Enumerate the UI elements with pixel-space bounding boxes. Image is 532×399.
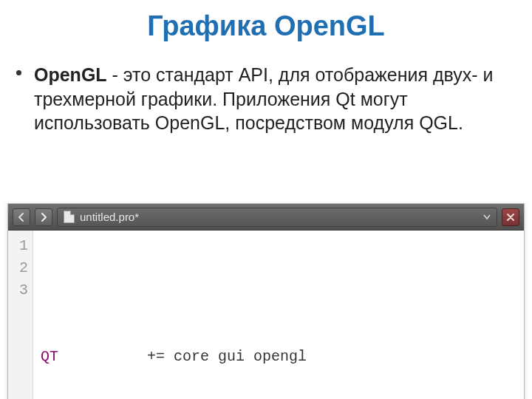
- arrow-right-icon: [39, 213, 48, 222]
- arrow-left-icon: [17, 213, 26, 222]
- ide-screenshot: untitled.pro* 1 2 3 QT += core gui openg…: [7, 203, 525, 399]
- close-button[interactable]: [502, 208, 519, 226]
- back-button[interactable]: [13, 208, 30, 226]
- bullet-lead: OpenGL: [34, 64, 107, 85]
- line-gutter: 1 2 3: [8, 231, 33, 399]
- breadcrumb-label: untitled.pro*: [80, 211, 139, 223]
- slide-title: Графика OpenGL: [0, 0, 532, 50]
- ide-toolbar: untitled.pro*: [8, 204, 524, 231]
- code-line: QT += core gui opengl: [41, 346, 307, 368]
- gutter-line: 2: [13, 257, 28, 279]
- forward-button[interactable]: [35, 208, 52, 226]
- chevron-down-icon: [483, 214, 491, 220]
- code-operator: +=: [147, 346, 165, 368]
- code-line: [41, 279, 307, 301]
- bullet-text: OpenGL - это стандарт API, для отображен…: [34, 63, 498, 135]
- bullet-item: OpenGL - это стандарт API, для отображен…: [34, 63, 498, 135]
- close-icon: [507, 214, 514, 221]
- code-editor: 1 2 3 QT += core gui opengl: [8, 231, 524, 399]
- file-breadcrumb[interactable]: untitled.pro*: [57, 208, 497, 227]
- bullet-marker: [16, 70, 21, 75]
- code-spacer: [58, 346, 147, 368]
- code-keyword: QT: [41, 346, 58, 368]
- code-area[interactable]: QT += core gui opengl: [33, 231, 314, 399]
- document-icon: [64, 211, 75, 223]
- gutter-line: 3: [13, 279, 28, 301]
- gutter-line: 1: [13, 235, 28, 257]
- code-rest: core gui opengl: [165, 346, 307, 368]
- slide-body: OpenGL - это стандарт API, для отображен…: [0, 50, 532, 135]
